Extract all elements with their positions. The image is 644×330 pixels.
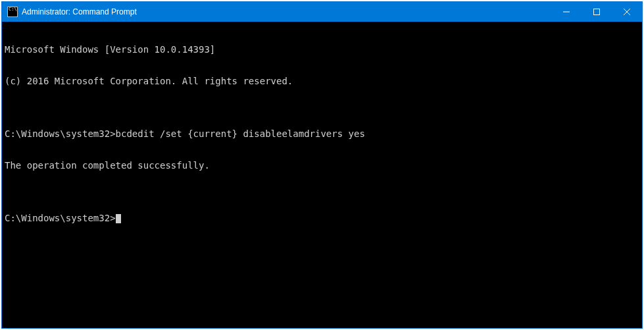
console-line: C:\Windows\system32>bcdedit /set {curren… — [5, 128, 639, 139]
minimize-button[interactable] — [551, 2, 582, 22]
console-area[interactable]: Microsoft Windows [Version 10.0.14393] (… — [2, 22, 642, 328]
maximize-icon — [593, 9, 600, 15]
titlebar[interactable]: Administrator: Command Prompt — [2, 2, 642, 22]
text-cursor — [116, 214, 121, 223]
console-prompt-line: C:\Windows\system32> — [5, 213, 639, 223]
cmd-icon — [7, 7, 18, 17]
minimize-icon — [563, 9, 570, 15]
console-line: The operation completed successfully. — [5, 160, 639, 171]
console-line: (c) 2016 Microsoft Corporation. All righ… — [5, 76, 639, 86]
svg-rect-1 — [594, 9, 600, 15]
close-icon — [624, 9, 630, 15]
command-prompt-window: Administrator: Command Prompt Microsoft … — [1, 1, 643, 329]
window-title: Administrator: Command Prompt — [22, 7, 137, 16]
console-prompt-text: C:\Windows\system32> — [5, 213, 116, 223]
close-button[interactable] — [612, 2, 642, 22]
maximize-button[interactable] — [582, 2, 612, 22]
console-line: Microsoft Windows [Version 10.0.14393] — [5, 44, 639, 55]
